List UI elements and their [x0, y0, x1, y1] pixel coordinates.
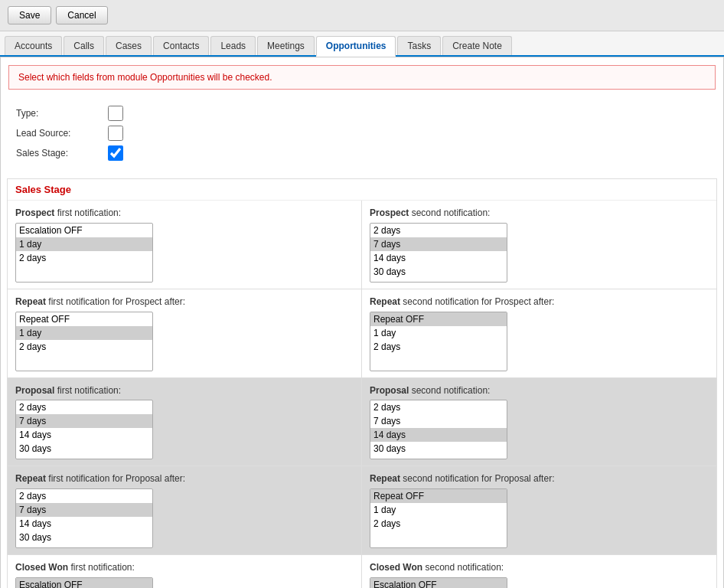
tab-opportunities[interactable]: Opportunities [316, 36, 396, 57]
cell-label: Proposal second notification: [370, 384, 709, 397]
left-listbox-0[interactable]: Escalation OFF1 day2 days [15, 223, 153, 283]
cell-label: Proposal first notification: [15, 384, 354, 397]
grid: Prospect first notification:Escalation O… [8, 201, 716, 588]
grid-cell-left-1: Repeat first notification for Prospect a… [8, 289, 362, 378]
field-label: Lead Source: [16, 128, 108, 139]
grid-cell-left-2: Proposal first notification:2 days7 days… [8, 378, 362, 467]
field-checkbox[interactable] [108, 106, 123, 121]
grid-cell-left-4: Closed Won first notification:Escalation… [8, 555, 362, 588]
main-content: Select which fields from module Opportun… [0, 57, 724, 588]
tab-leads[interactable]: Leads [210, 36, 256, 55]
grid-cell-left-3: Repeat first notification for Proposal a… [8, 466, 362, 555]
cell-label: Prospect second notification: [370, 207, 709, 220]
tab-tasks[interactable]: Tasks [397, 36, 441, 55]
field-checkbox[interactable] [108, 145, 123, 161]
cancel-button[interactable]: Cancel [56, 6, 107, 24]
toolbar: Save Cancel [0, 0, 724, 31]
tab-meetings[interactable]: Meetings [257, 36, 315, 55]
field-label: Type: [16, 108, 108, 119]
sales-stage-section: Sales Stage Prospect first notification:… [7, 178, 717, 588]
tab-bar: AccountsCallsCasesContactsLeadsMeetingsO… [0, 31, 724, 57]
grid-cell-right-4: Closed Won second notification:Escalatio… [362, 555, 716, 588]
right-listbox-1[interactable]: Repeat OFF1 day2 days [370, 312, 507, 371]
save-button[interactable]: Save [8, 6, 51, 24]
cell-label: Repeat second notification for Proposal … [370, 472, 709, 485]
tab-contacts[interactable]: Contacts [153, 36, 209, 55]
left-listbox-2[interactable]: 2 days7 days14 days30 days [15, 400, 153, 459]
tab-create-note[interactable]: Create Note [442, 36, 512, 55]
left-listbox-4[interactable]: Escalation OFF1 day2 days [15, 577, 153, 588]
info-message: Select which fields from module Opportun… [8, 65, 716, 90]
right-listbox-3[interactable]: Repeat OFF1 day2 days [370, 488, 507, 548]
grid-cell-left-0: Prospect first notification:Escalation O… [8, 201, 362, 289]
cell-label: Repeat first notification for Prospect a… [15, 296, 354, 309]
right-listbox-0[interactable]: 2 days7 days14 days30 days [370, 223, 507, 283]
field-checkbox[interactable] [108, 126, 123, 141]
field-row: Lead Source: [16, 123, 708, 143]
grid-cell-right-1: Repeat second notification for Prospect … [362, 289, 716, 378]
field-row: Type: [16, 103, 708, 123]
left-listbox-1[interactable]: Repeat OFF1 day2 days [15, 312, 153, 371]
cell-label: Prospect first notification: [15, 207, 354, 220]
cell-label: Repeat first notification for Proposal a… [15, 472, 354, 485]
left-listbox-3[interactable]: 2 days7 days14 days30 days [15, 488, 153, 548]
grid-cell-right-3: Repeat second notification for Proposal … [362, 466, 716, 555]
tab-calls[interactable]: Calls [64, 36, 104, 55]
fields-section: Type: Lead Source: Sales Stage: [1, 97, 723, 172]
cell-label: Repeat second notification for Prospect … [370, 296, 709, 309]
tab-accounts[interactable]: Accounts [5, 36, 62, 55]
tab-cases[interactable]: Cases [106, 36, 152, 55]
field-label: Sales Stage: [16, 148, 108, 158]
cell-label: Closed Won second notification: [370, 561, 709, 574]
grid-cell-right-2: Proposal second notification:2 days7 day… [362, 378, 716, 467]
right-listbox-4[interactable]: Escalation OFF1 day2 days [370, 577, 507, 588]
grid-cell-right-0: Prospect second notification:2 days7 day… [362, 201, 716, 289]
field-row: Sales Stage: [16, 143, 708, 163]
cell-label: Closed Won first notification: [15, 561, 354, 574]
section-title: Sales Stage [8, 179, 716, 201]
right-listbox-2[interactable]: 2 days7 days14 days30 days [370, 400, 507, 459]
